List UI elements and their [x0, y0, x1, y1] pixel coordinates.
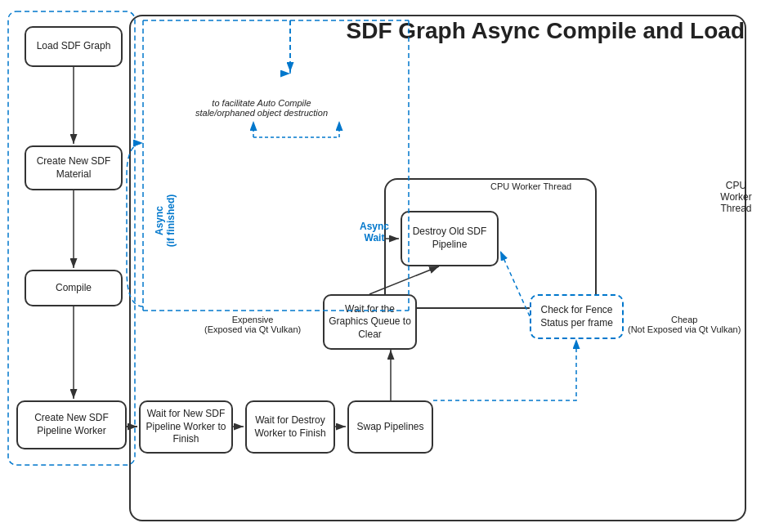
diagram-container: SDF Graph Async Compile and Load CPU Wor…	[0, 0, 761, 532]
wait-new-pipeline-box: Wait for New SDF Pipeline Worker to Fini…	[139, 400, 233, 454]
async-if-finished-label: Async (if finished)	[154, 188, 177, 253]
outer-cpu-label: CPU Worker Thread	[711, 180, 761, 214]
check-fence-box: Check for Fence Status per frame	[530, 294, 624, 339]
svg-rect-22	[8, 11, 135, 465]
destroy-old-pipeline-box: Destroy Old SDF Pipeline	[401, 211, 499, 266]
wait-graphics-queue-box: Wait for the Graphics Queue to Clear	[323, 294, 417, 350]
load-sdf-box: Load SDF Graph	[25, 26, 123, 67]
cheap-label: Cheap (Not Exposed via Qt Vulkan)	[628, 315, 741, 334]
async-wait-label: Async Wait	[360, 221, 389, 244]
create-pipeline-worker-box: Create New SDF Pipeline Worker	[16, 400, 127, 449]
expensive-label: Expensive (Exposed via Qt Vulkan)	[204, 315, 301, 334]
compile-box: Compile	[25, 270, 123, 306]
swap-pipelines-box: Swap Pipelines	[347, 400, 433, 454]
inner-cpu-label: CPU Worker Thread	[490, 181, 571, 191]
wait-destroy-box: Wait for Destroy Worker to Finish	[245, 400, 335, 454]
create-material-box: Create New SDF Material	[25, 145, 123, 190]
to-facilitate-label: to facilitate Auto Compile stale/orphane…	[180, 98, 343, 118]
